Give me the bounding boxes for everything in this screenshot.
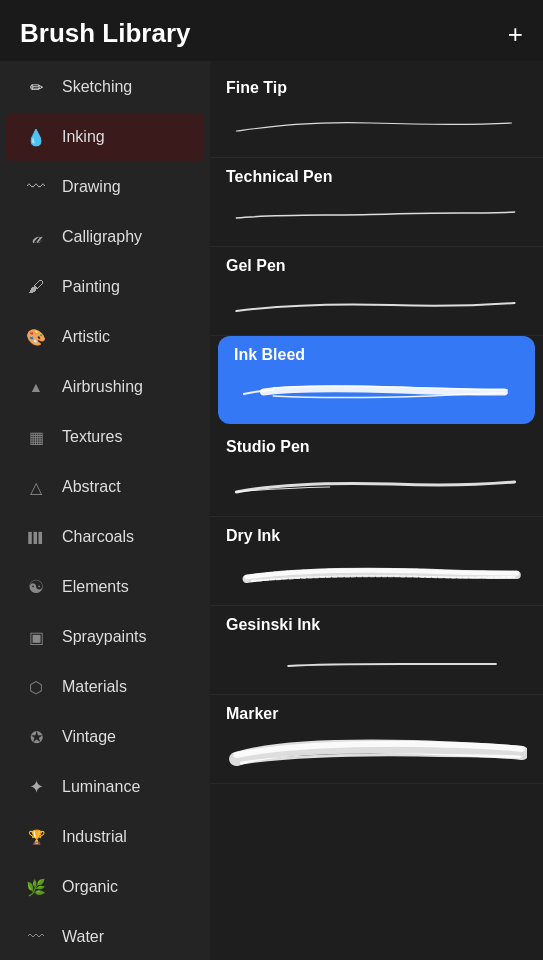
header: Brush Library + <box>0 0 543 61</box>
artistic-icon <box>22 323 50 351</box>
sidebar-label-painting: Painting <box>62 278 120 296</box>
elements-icon <box>22 573 50 601</box>
brush-item-dry-ink[interactable]: Dry Ink <box>210 517 543 606</box>
sidebar-label-luminance: Luminance <box>62 778 140 796</box>
sidebar-item-spraypaints[interactable]: Spraypaints <box>6 613 204 661</box>
sidebar-item-painting[interactable]: Painting <box>6 263 204 311</box>
brush-name-studio-pen: Studio Pen <box>226 438 527 456</box>
page-title: Brush Library <box>20 18 191 49</box>
brush-name-technical-pen: Technical Pen <box>226 168 527 186</box>
brush-stroke-gesinski-ink <box>226 640 527 680</box>
organic-icon <box>22 873 50 901</box>
calligraphy-icon <box>22 223 50 251</box>
charcoals-icon <box>22 523 50 551</box>
vintage-icon <box>22 723 50 751</box>
brush-stroke-marker <box>226 729 527 769</box>
sidebar-item-inking[interactable]: Inking <box>6 113 204 161</box>
spraypaints-icon <box>22 623 50 651</box>
brush-name-ink-bleed: Ink Bleed <box>234 346 519 364</box>
sidebar-item-airbrushing[interactable]: Airbrushing <box>6 363 204 411</box>
brush-name-gel-pen: Gel Pen <box>226 257 527 275</box>
sidebar-item-materials[interactable]: Materials <box>6 663 204 711</box>
sidebar-item-organic[interactable]: Organic <box>6 863 204 911</box>
sidebar-label-vintage: Vintage <box>62 728 116 746</box>
brush-item-gel-pen[interactable]: Gel Pen <box>210 247 543 336</box>
brush-stroke-dry-ink <box>226 551 527 591</box>
textures-icon <box>22 423 50 451</box>
brush-item-studio-pen[interactable]: Studio Pen <box>210 428 543 517</box>
sidebar-item-textures[interactable]: Textures <box>6 413 204 461</box>
brush-stroke-ink-bleed <box>234 370 519 410</box>
ink-icon <box>22 123 50 151</box>
brush-name-marker: Marker <box>226 705 527 723</box>
sidebar-label-textures: Textures <box>62 428 122 446</box>
brush-name-fine-tip: Fine Tip <box>226 79 527 97</box>
brush-item-marker[interactable]: Marker <box>210 695 543 784</box>
sidebar-label-sketching: Sketching <box>62 78 132 96</box>
pencil-icon <box>22 73 50 101</box>
sidebar-label-inking: Inking <box>62 128 105 146</box>
add-brush-button[interactable]: + <box>508 21 523 47</box>
sidebar-label-organic: Organic <box>62 878 118 896</box>
airbrush-icon <box>22 373 50 401</box>
sidebar-label-spraypaints: Spraypaints <box>62 628 147 646</box>
sidebar-item-artistic[interactable]: Artistic <box>6 313 204 361</box>
brush-item-gesinski-ink[interactable]: Gesinski Ink <box>210 606 543 695</box>
sidebar-label-industrial: Industrial <box>62 828 127 846</box>
main-layout: Sketching Inking Drawing Calligraphy Pai… <box>0 61 543 960</box>
painting-icon <box>22 273 50 301</box>
abstract-icon <box>22 473 50 501</box>
brush-stroke-technical-pen <box>226 192 527 232</box>
sidebar-label-elements: Elements <box>62 578 129 596</box>
sidebar-label-drawing: Drawing <box>62 178 121 196</box>
brush-stroke-studio-pen <box>226 462 527 502</box>
brush-stroke-fine-tip <box>226 103 527 143</box>
sidebar-label-calligraphy: Calligraphy <box>62 228 142 246</box>
water-icon <box>22 923 50 951</box>
sidebar-item-luminance[interactable]: Luminance <box>6 763 204 811</box>
materials-icon <box>22 673 50 701</box>
brush-item-technical-pen[interactable]: Technical Pen <box>210 158 543 247</box>
brush-name-gesinski-ink: Gesinski Ink <box>226 616 527 634</box>
drawing-icon <box>22 173 50 201</box>
sidebar-label-charcoals: Charcoals <box>62 528 134 546</box>
brush-stroke-gel-pen <box>226 281 527 321</box>
sidebar-label-water: Water <box>62 928 104 946</box>
brush-list: Fine Tip Technical Pen Gel Pen <box>210 61 543 960</box>
sidebar-item-charcoals[interactable]: Charcoals <box>6 513 204 561</box>
sidebar-item-water[interactable]: Water <box>6 913 204 960</box>
sidebar-item-industrial[interactable]: Industrial <box>6 813 204 861</box>
sidebar-label-abstract: Abstract <box>62 478 121 496</box>
sidebar-item-vintage[interactable]: Vintage <box>6 713 204 761</box>
sidebar-item-sketching[interactable]: Sketching <box>6 63 204 111</box>
sidebar-item-drawing[interactable]: Drawing <box>6 163 204 211</box>
sidebar-label-materials: Materials <box>62 678 127 696</box>
industrial-icon <box>22 823 50 851</box>
sidebar-item-abstract[interactable]: Abstract <box>6 463 204 511</box>
brush-item-fine-tip[interactable]: Fine Tip <box>210 69 543 158</box>
sidebar: Sketching Inking Drawing Calligraphy Pai… <box>0 61 210 960</box>
sidebar-label-airbrushing: Airbrushing <box>62 378 143 396</box>
sidebar-item-calligraphy[interactable]: Calligraphy <box>6 213 204 261</box>
brush-name-dry-ink: Dry Ink <box>226 527 527 545</box>
sidebar-item-elements[interactable]: Elements <box>6 563 204 611</box>
luminance-icon <box>22 773 50 801</box>
brush-item-ink-bleed[interactable]: Ink Bleed <box>218 336 535 424</box>
sidebar-label-artistic: Artistic <box>62 328 110 346</box>
